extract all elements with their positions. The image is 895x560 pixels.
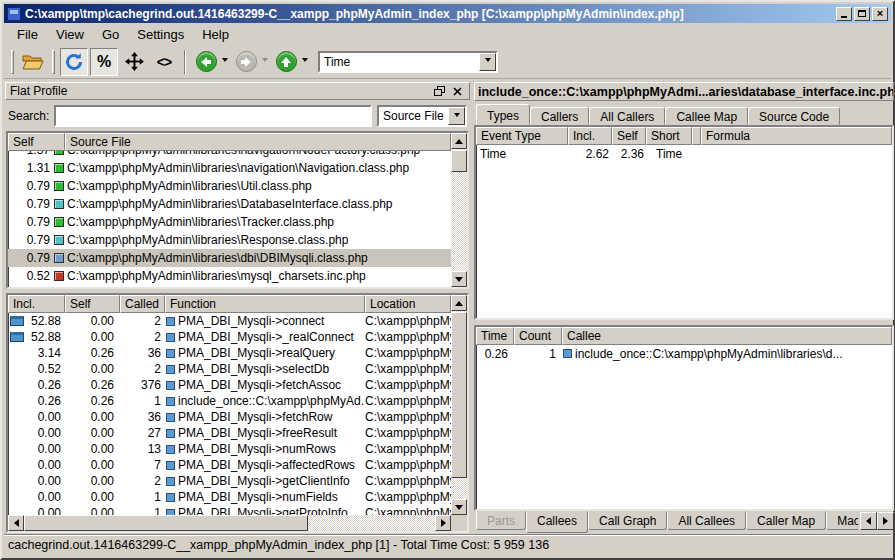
table-row[interactable]: 0.79 C:\xampp\phpMyAdmin\libraries\Datab…: [8, 195, 451, 213]
tab-scroll-left-button[interactable]: [860, 512, 877, 530]
cycle-grouping-button[interactable]: <>: [150, 48, 178, 76]
tab[interactable]: Call Graph: [588, 511, 667, 530]
column-header-self[interactable]: Self: [65, 295, 120, 313]
table-row[interactable]: 0.00 0.00 1 PMA_DBI_Mysqli->getProtoInfo…: [8, 505, 451, 515]
table-row[interactable]: 52.88 0.00 2 PMA_DBI_Mysqli->connect C:\…: [8, 313, 451, 329]
table-row[interactable]: 1.31 C:\xampp\phpMyAdmin\libraries\navig…: [8, 159, 451, 177]
up-button[interactable]: [272, 48, 300, 76]
combobox-button[interactable]: [479, 53, 496, 71]
column-header-function[interactable]: Function: [165, 295, 365, 313]
table-row[interactable]: 0.26 1 include_once::C:\xampp\phpMyAdmin…: [476, 345, 892, 362]
dock-title-bar[interactable]: Flat Profile: [5, 82, 470, 100]
scroll-up-button[interactable]: [451, 133, 467, 149]
table-row[interactable]: 0.00 0.00 13 PMA_DBI_Mysqli->numRows C:\…: [8, 441, 451, 457]
self-cost: 0.00: [65, 314, 120, 328]
column-header-self[interactable]: Self: [612, 127, 646, 145]
column-header-short[interactable]: Short: [646, 127, 692, 145]
table-row[interactable]: 0.52 0.00 2 PMA_DBI_Mysqli->selectDb C:\…: [8, 361, 451, 377]
maximize-button[interactable]: [854, 7, 870, 21]
scroll-right-button[interactable]: [435, 515, 451, 531]
function-name: PMA_DBI_Mysqli->numRows: [178, 442, 336, 456]
table-row[interactable]: 3.14 0.26 36 PMA_DBI_Mysqli->realQuery C…: [8, 345, 451, 361]
incl-cost: 52.88: [24, 330, 65, 344]
self-cost: 0.52: [8, 269, 54, 283]
table-row[interactable]: 0.79 C:\xampp\phpMyAdmin\libraries\Track…: [8, 213, 451, 231]
column-header-time[interactable]: Time: [476, 327, 514, 345]
percent-toggle-button[interactable]: %: [90, 48, 118, 76]
self-cost: 0.26: [65, 394, 120, 408]
tab[interactable]: Callees: [526, 511, 588, 533]
column-header-incl[interactable]: Incl.: [568, 127, 612, 145]
expand-button[interactable]: [120, 48, 148, 76]
tab-scroll-right-button[interactable]: [877, 512, 894, 530]
table-row[interactable]: 0.52 C:\xampp\phpMyAdmin\libraries\user_…: [8, 285, 451, 287]
table-row[interactable]: 0.00 0.00 2 PMA_DBI_Mysqli->getClientInf…: [8, 473, 451, 489]
dock-close-button[interactable]: [450, 84, 465, 98]
toolbar-handle[interactable]: [52, 50, 55, 74]
table-row[interactable]: 0.00 0.00 36 PMA_DBI_Mysqli->fetchRow C:…: [8, 409, 451, 425]
up-dropdown-icon[interactable]: [302, 58, 308, 65]
horizontal-scrollbar[interactable]: [8, 515, 451, 531]
combobox-button[interactable]: [448, 107, 465, 125]
menu-item[interactable]: File: [8, 25, 47, 44]
vertical-scrollbar[interactable]: [451, 133, 467, 287]
column-header-callee[interactable]: Callee: [562, 327, 892, 345]
table-row[interactable]: 0.00 0.00 1 PMA_DBI_Mysqli->numFields C:…: [8, 489, 451, 505]
scroll-left-button[interactable]: [8, 515, 24, 531]
vertical-scrollbar[interactable]: [451, 295, 467, 515]
menu-item[interactable]: Go: [93, 25, 128, 44]
table-row[interactable]: 0.26 0.26 376 PMA_DBI_Mysqli->fetchAssoc…: [8, 377, 451, 393]
scroll-down-button[interactable]: [451, 499, 467, 515]
scrollbar-thumb[interactable]: [24, 515, 308, 531]
tab[interactable]: Callee Map: [665, 107, 748, 125]
table-row[interactable]: 0.26 0.26 1 include_once::C:\xampp\phpMy…: [8, 393, 451, 409]
column-header-formula[interactable]: Formula: [701, 127, 892, 145]
grouping-combobox[interactable]: Source File: [377, 105, 467, 127]
tab[interactable]: All Callers: [589, 107, 665, 125]
table-row[interactable]: 0.52 C:\xampp\phpMyAdmin\libraries\mysql…: [8, 267, 451, 285]
scrollbar-thumb[interactable]: [451, 312, 467, 478]
menu-item[interactable]: View: [47, 25, 93, 44]
tab[interactable]: Caller Map: [746, 511, 826, 530]
column-header-location[interactable]: Location: [365, 295, 451, 313]
search-input[interactable]: [54, 105, 372, 127]
table-row[interactable]: 0.79 C:\xampp\phpMyAdmin\libraries\Respo…: [8, 231, 451, 249]
event-type-combobox[interactable]: Time: [318, 51, 498, 73]
column-header-called[interactable]: Called: [120, 295, 165, 313]
back-button[interactable]: [192, 48, 220, 76]
scroll-down-button[interactable]: [451, 271, 467, 287]
column-header-self[interactable]: Self: [8, 133, 65, 151]
back-dropdown-icon[interactable]: [222, 58, 228, 65]
dock-float-button[interactable]: [432, 84, 447, 98]
table-row[interactable]: 0.00 0.00 7 PMA_DBI_Mysqli->affectedRows…: [8, 457, 451, 473]
tab[interactable]: Parts: [476, 511, 526, 530]
scroll-up-button[interactable]: [451, 295, 467, 311]
column-header-source-file[interactable]: Source File: [65, 133, 451, 151]
reload-button[interactable]: [60, 48, 88, 76]
tab[interactable]: Machine: [826, 511, 858, 530]
table-row[interactable]: 1.37 C:\xampp\phpMyAdmin\libraries\navig…: [8, 151, 451, 159]
tab[interactable]: All Callees: [667, 511, 746, 530]
menu-item[interactable]: Help: [193, 25, 238, 44]
scrollbar-thumb[interactable]: [451, 150, 467, 172]
close-button[interactable]: ×: [872, 7, 888, 21]
menu-item[interactable]: Settings: [128, 25, 193, 44]
tab[interactable]: Types: [476, 104, 530, 125]
source-file-icon: [54, 271, 64, 281]
table-row[interactable]: 0.00 0.00 27 PMA_DBI_Mysqli->freeResult …: [8, 425, 451, 441]
table-row[interactable]: 0.79 C:\xampp\phpMyAdmin\libraries\dbi\D…: [8, 249, 451, 267]
title-bar[interactable]: C:\xampp\tmp\cachegrind.out.1416463299-C…: [4, 4, 891, 23]
open-file-button[interactable]: [19, 48, 47, 76]
column-header-incl[interactable]: Incl.: [8, 295, 65, 313]
called-count: 2: [120, 330, 165, 344]
table-row[interactable]: 52.88 0.00 2 PMA_DBI_Mysqli->_realConnec…: [8, 329, 451, 345]
column-header-event-type[interactable]: Event Type: [476, 127, 568, 145]
table-row[interactable]: 0.79 C:\xampp\phpMyAdmin\libraries\Util.…: [8, 177, 451, 195]
column-header-count[interactable]: Count: [514, 327, 562, 345]
tab[interactable]: Source Code: [748, 107, 840, 125]
table-row[interactable]: Time 2.62 2.36 Time: [476, 145, 892, 162]
toolbar-handle[interactable]: [11, 50, 14, 74]
tab[interactable]: Callers: [530, 107, 589, 125]
minimize-button[interactable]: [836, 7, 852, 21]
self-cost: 0.00: [65, 474, 120, 488]
